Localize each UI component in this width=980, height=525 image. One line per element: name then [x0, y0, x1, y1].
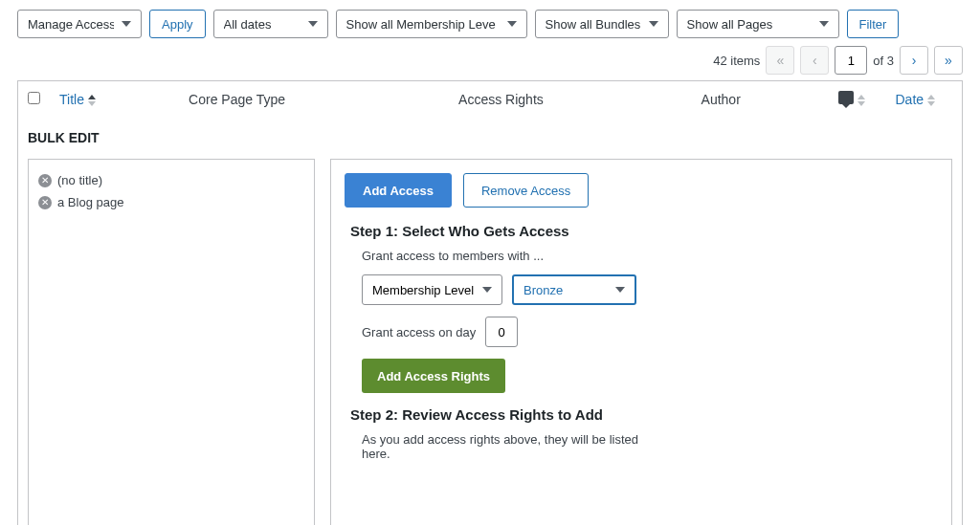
bulk-edit-label: BULK EDIT [18, 117, 963, 159]
col-date[interactable]: Date [886, 81, 963, 118]
comment-icon [838, 91, 854, 104]
col-author: Author [692, 81, 829, 118]
table-header: Title Core Page Type Access Rights Autho… [18, 81, 963, 118]
next-page[interactable]: › [900, 46, 928, 75]
col-comments[interactable] [829, 81, 886, 118]
col-access: Access Rights [449, 81, 691, 118]
level-type-select[interactable]: Membership Level [362, 274, 502, 305]
list-item: ✕(no title) [38, 169, 304, 191]
pages-filter[interactable]: Show all Pages [677, 10, 839, 38]
bundles-filter[interactable]: Show all Bundles [535, 10, 669, 38]
col-title[interactable]: Title [50, 81, 179, 118]
day-input[interactable] [485, 317, 518, 347]
day-label: Grant access on day [362, 325, 476, 339]
access-panel: Add Access Remove Access Step 1: Select … [330, 159, 952, 525]
step1-subtext: Grant access to members with ... [362, 249, 932, 263]
col-type: Core Page Type [179, 81, 449, 118]
remove-icon[interactable]: ✕ [38, 174, 52, 187]
pagination: 42 items « ‹ of 3 › » [713, 46, 963, 75]
level-value-select[interactable]: Bronze [512, 274, 636, 305]
item-count: 42 items [713, 54, 760, 68]
add-access-rights-button[interactable]: Add Access Rights [362, 359, 505, 393]
tab-add-access[interactable]: Add Access [345, 173, 452, 208]
last-page[interactable]: » [934, 46, 963, 75]
select-all-checkbox[interactable] [28, 92, 40, 104]
prev-page[interactable]: ‹ [800, 46, 829, 75]
current-page-input[interactable] [835, 46, 867, 75]
page-of: of 3 [873, 54, 894, 68]
filter-button[interactable]: Filter [847, 10, 900, 38]
step2-text: As you add access rights above, they wil… [362, 432, 639, 461]
date-filter[interactable]: All dates [213, 10, 328, 38]
first-page[interactable]: « [766, 46, 794, 75]
step1-title: Step 1: Select Who Gets Access [350, 223, 932, 239]
membership-filter[interactable]: Show all Membership Leve [336, 10, 527, 38]
step2-title: Step 2: Review Access Rights to Add [350, 406, 932, 423]
list-item: ✕a Blog page [38, 191, 304, 213]
filter-toolbar: Manage Access Apply All dates Show all M… [17, 10, 963, 38]
pages-table: Title Core Page Type Access Rights Autho… [17, 80, 963, 525]
remove-icon[interactable]: ✕ [38, 196, 52, 209]
bulk-action-select[interactable]: Manage Access [17, 10, 142, 38]
tab-remove-access[interactable]: Remove Access [463, 173, 589, 208]
apply-button[interactable]: Apply [149, 10, 206, 38]
selected-items-box: ✕(no title) ✕a Blog page [28, 159, 315, 525]
